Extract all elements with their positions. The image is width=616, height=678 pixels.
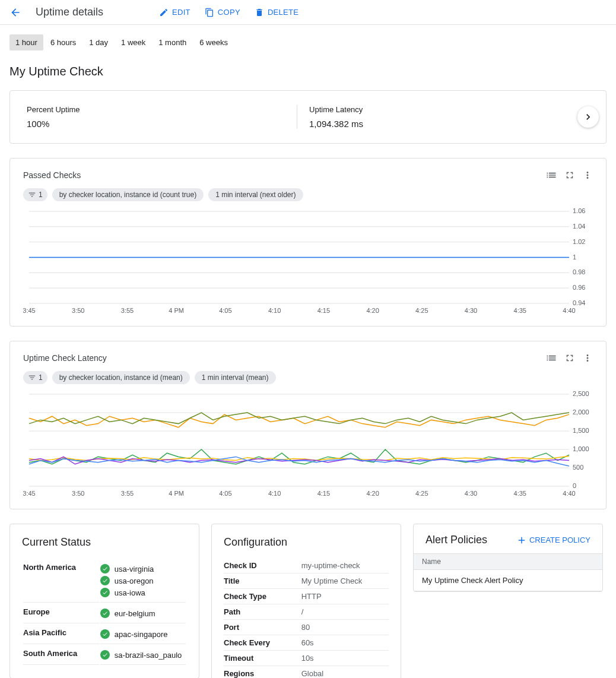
group-chip[interactable]: by checker location, instance id (mean) xyxy=(52,371,190,384)
config-row: Check IDmy-uptime-check xyxy=(224,558,389,574)
svg-text:4:10: 4:10 xyxy=(268,307,281,314)
status-region: North America xyxy=(23,559,99,603)
svg-text:4:20: 4:20 xyxy=(366,490,379,497)
svg-text:4:35: 4:35 xyxy=(514,307,526,314)
fullscreen-icon[interactable] xyxy=(564,170,575,180)
status-location: eur-belgium xyxy=(100,607,186,619)
current-status-panel: Current Status North Americausa-virginia… xyxy=(9,524,199,678)
edit-button[interactable]: EDIT xyxy=(159,8,190,17)
time-tab-1-hour[interactable]: 1 hour xyxy=(9,34,43,50)
svg-text:3:45: 3:45 xyxy=(23,307,36,314)
status-region: South America xyxy=(23,645,99,665)
more-vert-icon[interactable] xyxy=(582,353,593,363)
configuration-panel: Configuration Check IDmy-uptime-checkTit… xyxy=(211,524,401,678)
svg-text:3:50: 3:50 xyxy=(72,307,84,314)
config-row: Timeout10s xyxy=(224,651,389,666)
page-header: Uptime details EDIT COPY DELETE xyxy=(0,0,616,25)
interval-chip[interactable]: 1 min interval (next older) xyxy=(208,188,303,201)
status-region: Asia Pacific xyxy=(23,625,99,644)
svg-text:3:45: 3:45 xyxy=(23,490,36,497)
panel-title: Configuration xyxy=(224,536,389,549)
delete-button[interactable]: DELETE xyxy=(255,8,299,17)
time-tab-1-month[interactable]: 1 month xyxy=(153,34,192,50)
filter-icon xyxy=(28,191,36,199)
pencil-icon xyxy=(159,8,169,17)
status-location: apac-singapore xyxy=(100,628,186,640)
copy-icon xyxy=(205,8,214,17)
trash-icon xyxy=(255,8,264,17)
status-location: usa-iowa xyxy=(100,587,186,598)
interval-chip[interactable]: 1 min interval (mean) xyxy=(195,371,276,384)
uptime-label: Percent Uptime xyxy=(27,105,297,114)
check-circle-icon xyxy=(100,650,110,660)
chart-body: 05001,0001,5002,0002,5003:453:503:554 PM… xyxy=(23,391,593,498)
status-location: usa-oregon xyxy=(100,575,186,587)
latency-value: 1,094.382 ms xyxy=(309,119,567,129)
svg-text:4:40: 4:40 xyxy=(563,307,575,314)
svg-text:4:15: 4:15 xyxy=(317,490,330,497)
svg-text:4:15: 4:15 xyxy=(317,307,330,314)
status-region: Europe xyxy=(23,604,99,623)
check-name: My Uptime Check xyxy=(9,65,607,78)
time-tab-1-week[interactable]: 1 week xyxy=(115,34,151,50)
svg-text:4:40: 4:40 xyxy=(563,490,575,497)
uptime-value: 100% xyxy=(27,119,297,129)
alert-policies-panel: Alert Policies CREATE POLICY Name My Upt… xyxy=(413,524,603,592)
svg-text:4:05: 4:05 xyxy=(219,307,231,314)
svg-text:2,500: 2,500 xyxy=(573,391,589,397)
latency-label: Uptime Latency xyxy=(309,105,567,114)
svg-text:2,000: 2,000 xyxy=(573,408,589,416)
config-row: Check Every60s xyxy=(224,635,389,651)
filter-chip[interactable]: 1 xyxy=(23,188,47,201)
svg-text:4:05: 4:05 xyxy=(219,490,231,497)
plus-icon xyxy=(516,535,527,546)
config-row: Path/ xyxy=(224,604,389,620)
config-row: TitleMy Uptime Check xyxy=(224,574,389,589)
svg-text:1,000: 1,000 xyxy=(573,445,589,452)
config-row: Check TypeHTTP xyxy=(224,589,389,604)
svg-text:1.06: 1.06 xyxy=(573,208,585,214)
panel-title: Alert Policies xyxy=(426,534,487,546)
svg-text:3:50: 3:50 xyxy=(72,490,84,497)
svg-text:0.94: 0.94 xyxy=(573,299,585,306)
svg-text:4:10: 4:10 xyxy=(268,490,281,497)
next-stat-button[interactable] xyxy=(577,106,599,128)
svg-text:1: 1 xyxy=(573,254,576,261)
check-circle-icon xyxy=(100,588,110,597)
svg-text:1,500: 1,500 xyxy=(573,427,589,434)
svg-text:4:35: 4:35 xyxy=(514,490,526,497)
svg-text:4:20: 4:20 xyxy=(366,307,379,314)
list-icon[interactable] xyxy=(545,352,557,364)
svg-text:1.04: 1.04 xyxy=(573,223,585,230)
copy-button[interactable]: COPY xyxy=(205,8,240,17)
filter-chip[interactable]: 1 xyxy=(23,371,47,384)
chevron-right-icon xyxy=(582,111,594,123)
panel-title: Current Status xyxy=(22,536,187,549)
arrow-left-icon xyxy=(9,7,21,18)
list-icon[interactable] xyxy=(545,169,557,181)
svg-text:0.96: 0.96 xyxy=(573,284,585,291)
fullscreen-icon[interactable] xyxy=(564,353,575,363)
latency-stat: Uptime Latency 1,094.382 ms xyxy=(297,105,567,129)
time-range-tabs: 1 hour6 hours1 day1 week1 month6 weeks xyxy=(9,34,607,50)
chart-title: Uptime Check Latency xyxy=(23,353,107,363)
time-tab-6-hours[interactable]: 6 hours xyxy=(45,34,82,50)
latency-chart: Uptime Check Latency 1 by checker locati… xyxy=(9,341,607,509)
group-chip[interactable]: by checker location, instance id (count … xyxy=(52,188,204,201)
time-tab-1-day[interactable]: 1 day xyxy=(83,34,114,50)
check-circle-icon xyxy=(100,576,110,585)
time-tab-6-weeks[interactable]: 6 weeks xyxy=(193,34,234,50)
create-policy-button[interactable]: CREATE POLICY xyxy=(516,535,590,546)
uptime-stat: Percent Uptime 100% xyxy=(27,105,297,129)
svg-text:4 PM: 4 PM xyxy=(169,490,184,497)
svg-text:4:30: 4:30 xyxy=(465,307,477,314)
back-button[interactable] xyxy=(9,7,21,18)
svg-text:4:25: 4:25 xyxy=(415,307,428,314)
chart-body: 0.940.960.9811.021.041.063:453:503:554 P… xyxy=(23,208,593,315)
more-vert-icon[interactable] xyxy=(582,170,593,180)
check-circle-icon xyxy=(100,629,110,639)
stats-card: Percent Uptime 100% Uptime Latency 1,094… xyxy=(9,90,607,144)
status-location: sa-brazil-sao_paulo xyxy=(100,649,186,661)
alert-policy-row[interactable]: My Uptime Check Alert Policy xyxy=(414,570,602,591)
status-location: usa-virginia xyxy=(100,563,186,575)
